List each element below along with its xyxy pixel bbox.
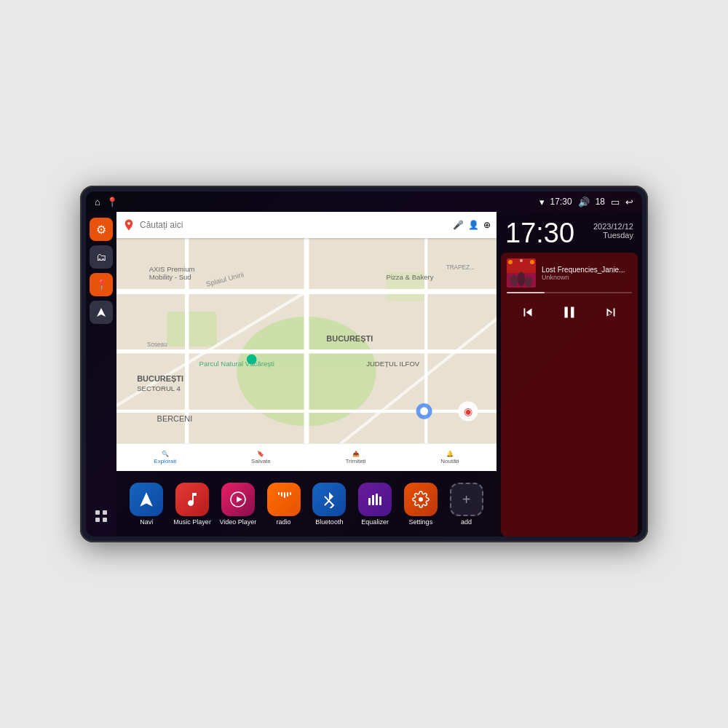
add-label: add bbox=[461, 518, 472, 526]
svg-rect-4 bbox=[103, 518, 107, 522]
svg-rect-41 bbox=[290, 492, 291, 495]
battery-icon: ▭ bbox=[611, 197, 620, 207]
svg-rect-1 bbox=[95, 510, 100, 515]
map-nav-share[interactable]: 📤 Trimiteți bbox=[345, 451, 365, 464]
svg-marker-36 bbox=[237, 496, 242, 502]
app-dock: Navi Music Player Video Player bbox=[116, 471, 496, 537]
equalizer-label: Equalizer bbox=[361, 518, 389, 526]
map-svg: Splaiul Unirii Soseau BUCUREȘTI SECTORUL… bbox=[116, 212, 496, 471]
right-panel: 17:30 2023/12/12 Tuesday bbox=[496, 212, 642, 537]
pause-button[interactable] bbox=[556, 299, 582, 325]
svg-marker-34 bbox=[141, 492, 153, 507]
back-icon[interactable]: ↩ bbox=[625, 197, 633, 207]
svg-point-51 bbox=[525, 277, 532, 287]
app-music-player[interactable]: Music Player bbox=[170, 483, 214, 526]
svg-text:AXIS Premium: AXIS Premium bbox=[149, 265, 195, 273]
svg-point-31 bbox=[420, 407, 428, 415]
map-search-input[interactable] bbox=[140, 220, 448, 230]
svg-rect-44 bbox=[376, 494, 378, 505]
grid-icon bbox=[94, 509, 108, 523]
explore-label: Explorați bbox=[154, 458, 176, 464]
svg-text:Soseau: Soseau bbox=[147, 341, 167, 348]
track-name: Lost Frequencies_Janie... bbox=[542, 266, 632, 274]
mic-icon[interactable]: 🎤 bbox=[453, 220, 464, 230]
status-right: ▾ 17:30 🔊 18 ▭ ↩ bbox=[539, 197, 633, 207]
svg-text:BUCUREȘTI: BUCUREȘTI bbox=[137, 374, 183, 383]
saved-icon: 🔖 bbox=[257, 451, 264, 457]
device-frame: ⌂ 📍 ▾ 17:30 🔊 18 ▭ ↩ ⚙ 🗂 bbox=[80, 186, 648, 542]
album-art-inner bbox=[507, 258, 536, 288]
saved-label: Salvate bbox=[251, 458, 271, 464]
app-settings[interactable]: Settings bbox=[399, 483, 443, 526]
svg-rect-7 bbox=[167, 312, 216, 347]
map-nav-saved[interactable]: 🔖 Salvate bbox=[251, 451, 271, 464]
clock-date: 2023/12/12 Tuesday bbox=[593, 219, 633, 240]
svg-rect-2 bbox=[103, 510, 107, 515]
navi-icon bbox=[130, 483, 163, 516]
svg-text:TRAPEZ...: TRAPEZ... bbox=[446, 264, 475, 271]
bluetooth-icon bbox=[312, 483, 346, 516]
layers-icon[interactable]: ⊕ bbox=[483, 220, 491, 230]
grid-menu-btn[interactable] bbox=[90, 505, 113, 531]
status-left: ⌂ 📍 bbox=[95, 197, 118, 207]
next-button[interactable] bbox=[598, 299, 624, 325]
map-bottombar: 🔍 Explorați 🔖 Salvate 📤 Trimiteți � bbox=[116, 443, 496, 471]
settings-app-label: Settings bbox=[409, 518, 433, 526]
volume-icon[interactable]: 🔊 bbox=[578, 197, 590, 207]
radio-label: radio bbox=[277, 518, 291, 526]
video-player-label: Video Player bbox=[219, 518, 256, 526]
radio-icon bbox=[267, 483, 301, 516]
svg-text:BERCENI: BERCENI bbox=[157, 414, 193, 423]
svg-point-53 bbox=[530, 260, 534, 264]
clock-date-value: 2023/12/12 bbox=[593, 222, 633, 231]
equalizer-icon bbox=[358, 483, 392, 516]
svg-text:BUCUREȘTI: BUCUREȘTI bbox=[326, 334, 373, 343]
add-icon: + bbox=[450, 483, 483, 516]
svg-rect-37 bbox=[278, 492, 280, 495]
app-video-player[interactable]: Video Player bbox=[216, 483, 260, 526]
sidebar-item-settings[interactable]: ⚙ bbox=[90, 218, 113, 241]
news-icon: 🔔 bbox=[446, 451, 454, 457]
home-icon[interactable]: ⌂ bbox=[95, 197, 100, 207]
music-section: Lost Frequencies_Janie... Unknown bbox=[501, 253, 638, 537]
app-bluetooth[interactable]: Bluetooth bbox=[307, 483, 351, 526]
svg-rect-39 bbox=[284, 492, 285, 498]
svg-point-49 bbox=[510, 274, 518, 286]
maps-icon[interactable]: 📍 bbox=[106, 197, 118, 207]
status-time: 17:30 bbox=[550, 197, 572, 207]
svg-text:Parcul Natural Văcărești: Parcul Natural Văcărești bbox=[199, 360, 274, 368]
explore-icon: 🔍 bbox=[162, 451, 169, 457]
prev-button[interactable] bbox=[515, 299, 541, 325]
bluetooth-label: Bluetooth bbox=[315, 518, 343, 526]
sidebar-item-files[interactable]: 🗂 bbox=[90, 245, 113, 269]
svg-point-52 bbox=[508, 260, 513, 264]
navi-label: Navi bbox=[140, 518, 153, 526]
account-icon[interactable]: 👤 bbox=[468, 220, 479, 230]
wifi-icon: ▾ bbox=[539, 197, 545, 207]
app-navi[interactable]: Navi bbox=[124, 483, 168, 526]
map-nav-explore[interactable]: 🔍 Explorați bbox=[154, 451, 176, 464]
app-radio[interactable]: radio bbox=[262, 483, 306, 526]
music-progress[interactable] bbox=[507, 292, 632, 293]
settings-app-icon bbox=[404, 483, 438, 516]
app-add[interactable]: + add bbox=[445, 483, 488, 526]
svg-rect-45 bbox=[379, 496, 381, 505]
map-nav-news[interactable]: 🔔 Noutăți bbox=[440, 451, 459, 464]
map-container[interactable]: 🎤 👤 ⊕ bbox=[116, 212, 496, 471]
app-equalizer[interactable]: Equalizer bbox=[353, 483, 397, 526]
music-controls bbox=[507, 299, 632, 325]
status-bar: ⌂ 📍 ▾ 17:30 🔊 18 ▭ ↩ bbox=[86, 191, 642, 212]
battery-level: 18 bbox=[596, 197, 605, 207]
music-player-icon bbox=[175, 483, 209, 516]
clock-time: 17:30 bbox=[505, 219, 574, 247]
sidebar-item-map[interactable]: 📍 bbox=[90, 273, 113, 296]
svg-text:◉: ◉ bbox=[464, 406, 472, 417]
map-topbar: 🎤 👤 ⊕ bbox=[116, 212, 496, 238]
svg-point-46 bbox=[419, 497, 423, 502]
clock-day-value: Tuesday bbox=[593, 231, 633, 240]
svg-text:Pizza & Bakery: Pizza & Bakery bbox=[387, 273, 434, 281]
sidebar-item-navi[interactable] bbox=[90, 301, 113, 324]
svg-marker-0 bbox=[97, 308, 106, 317]
news-label: Noutăți bbox=[440, 458, 459, 464]
svg-text:SECTORUL 4: SECTORUL 4 bbox=[137, 384, 181, 392]
